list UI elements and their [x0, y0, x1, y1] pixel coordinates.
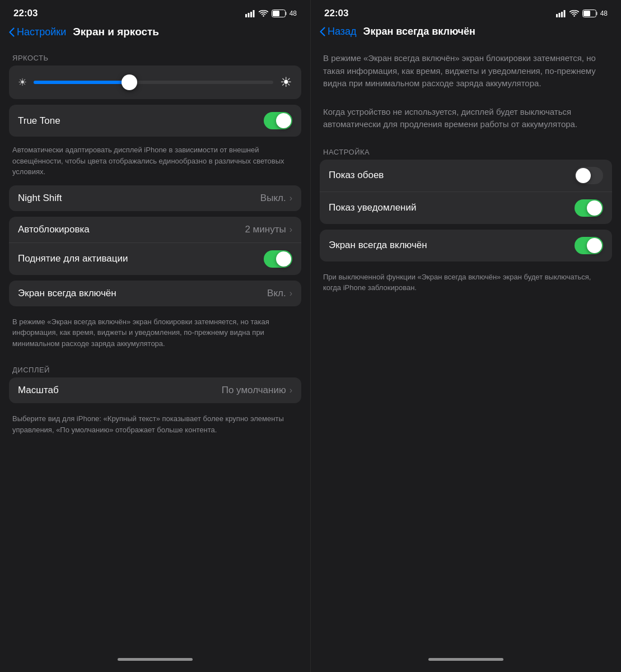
true-tone-group: True Tone	[9, 105, 301, 137]
home-indicator-left	[0, 654, 310, 672]
always-on-main-knob	[587, 238, 602, 253]
always-on-group: Экран всегда включён Вкл. ›	[9, 281, 301, 306]
true-tone-knob	[276, 113, 291, 128]
always-on-toggle-row[interactable]: Экран всегда включён	[320, 230, 612, 262]
autolock-group: Автоблокировка 2 минуты › Поднятие для а…	[9, 217, 301, 275]
signal-icon-right	[556, 10, 566, 17]
show-wallpaper-toggle[interactable]	[575, 167, 603, 184]
always-on-main-toggle[interactable]	[575, 237, 603, 254]
back-button-right[interactable]: Назад	[320, 26, 357, 38]
info-text-2: Когда устройство не используется, диспле…	[320, 98, 612, 139]
scale-label: Масштаб	[18, 385, 222, 396]
show-wallpaper-knob	[576, 168, 591, 183]
scale-chevron: ›	[290, 385, 292, 395]
always-on-value: Вкл.	[267, 288, 286, 299]
brightness-slider-group: ☀ ☀	[9, 66, 301, 99]
status-bar-left: 22:03 48	[0, 0, 310, 24]
true-tone-label: True Tone	[18, 115, 264, 127]
right-screen: 22:03 48	[311, 0, 621, 672]
page-title-left: Экран и яркость	[73, 26, 159, 38]
home-bar-left	[118, 658, 193, 661]
svg-rect-10	[563, 10, 565, 17]
display-section-label: ДИСПЛЕЙ	[9, 357, 301, 377]
always-on-chevron: ›	[290, 288, 292, 298]
always-on-description: В режиме «Экран всегда включён» экран бл…	[9, 312, 301, 357]
page-title-right: Экран всегда включён	[363, 26, 475, 38]
night-shift-group: Night Shift Выкл. ›	[9, 185, 301, 211]
content-right: В режиме «Экран всегда включён» экран бл…	[311, 44, 621, 654]
night-shift-value: Выкл.	[260, 193, 286, 204]
status-bar-right: 22:03 48	[311, 0, 621, 24]
true-tone-description: Автоматически адаптировать дисплей iPhon…	[9, 140, 301, 185]
nav-bar-left: Настройки Экран и яркость	[0, 24, 310, 45]
true-tone-row[interactable]: True Tone	[9, 105, 301, 137]
scale-row[interactable]: Масштаб По умолчанию ›	[9, 377, 301, 403]
wifi-icon	[259, 10, 268, 17]
show-notifications-toggle[interactable]	[575, 199, 603, 217]
always-on-toggle-group: Экран всегда включён	[320, 230, 612, 262]
svg-rect-12	[583, 11, 590, 16]
home-bar-right	[428, 658, 503, 661]
battery-percent-right: 48	[600, 10, 608, 17]
scale-group: Масштаб По умолчанию ›	[9, 377, 301, 403]
show-notifications-knob	[587, 200, 602, 216]
back-label-left: Настройки	[17, 26, 66, 38]
time-right: 22:03	[324, 8, 348, 19]
wifi-icon-right	[569, 10, 579, 17]
scale-description: Выберите вид для iPhone: «Крупный текст»…	[9, 409, 301, 443]
always-on-toggle-label: Экран всегда включён	[329, 240, 575, 251]
svg-rect-3	[253, 10, 254, 17]
true-tone-toggle[interactable]	[264, 112, 292, 129]
back-chevron-icon	[9, 27, 15, 37]
brightness-track[interactable]	[34, 81, 273, 84]
signal-icon	[245, 10, 255, 17]
svg-rect-2	[250, 12, 252, 17]
sun-small-icon: ☀	[18, 76, 27, 88]
info-text-1: В режиме «Экран всегда включён» экран бл…	[320, 44, 612, 98]
show-notifications-label: Показ уведомлений	[329, 202, 575, 213]
status-icons-left: 48	[245, 10, 297, 17]
raise-to-wake-knob	[276, 251, 291, 267]
sun-large-icon: ☀	[280, 74, 292, 90]
svg-rect-13	[596, 12, 597, 15]
night-shift-chevron: ›	[290, 193, 292, 203]
svg-rect-1	[248, 13, 249, 17]
autolock-chevron: ›	[290, 225, 292, 235]
back-label-right: Назад	[328, 26, 357, 38]
settings-section-label-right: НАСТРОЙКА	[320, 139, 612, 160]
brightness-thumb[interactable]	[122, 74, 137, 90]
svg-rect-9	[561, 12, 563, 17]
show-wallpaper-group: Показ обоев Показ уведомлений	[320, 160, 612, 224]
battery-icon: 48	[272, 10, 297, 17]
brightness-label: ЯРКОСТЬ	[9, 45, 301, 66]
always-on-row[interactable]: Экран всегда включён Вкл. ›	[9, 281, 301, 306]
show-wallpaper-row[interactable]: Показ обоев	[320, 160, 612, 192]
back-button-left[interactable]: Настройки	[9, 26, 66, 38]
svg-rect-7	[556, 14, 558, 17]
battery-shape	[272, 10, 287, 17]
status-icons-right: 48	[556, 10, 608, 17]
svg-rect-6	[285, 12, 287, 15]
always-on-toggle-description: При выключенной функции «Экран всегда вк…	[320, 267, 612, 301]
time-left: 22:03	[13, 8, 38, 19]
raise-to-wake-toggle[interactable]	[264, 250, 292, 268]
content-left: ЯРКОСТЬ ☀ ☀ True Tone Автоматически адап…	[0, 45, 310, 654]
back-chevron-icon-right	[320, 27, 325, 36]
scale-value: По умолчанию	[222, 385, 286, 396]
home-indicator-right	[311, 654, 621, 672]
svg-rect-5	[273, 11, 279, 16]
show-notifications-row[interactable]: Показ уведомлений	[320, 192, 612, 224]
battery-shape-right	[582, 10, 598, 17]
svg-rect-8	[558, 13, 560, 17]
autolock-row[interactable]: Автоблокировка 2 минуты ›	[9, 217, 301, 243]
battery-percent-left: 48	[290, 10, 297, 17]
raise-to-wake-row[interactable]: Поднятие для активации	[9, 243, 301, 275]
night-shift-label: Night Shift	[18, 193, 260, 204]
show-wallpaper-label: Показ обоев	[329, 170, 575, 181]
brightness-fill	[34, 81, 129, 84]
autolock-label: Автоблокировка	[18, 224, 245, 235]
svg-rect-0	[245, 14, 247, 17]
raise-to-wake-label: Поднятие для активации	[18, 253, 264, 264]
night-shift-row[interactable]: Night Shift Выкл. ›	[9, 185, 301, 211]
always-on-label: Экран всегда включён	[18, 288, 267, 299]
